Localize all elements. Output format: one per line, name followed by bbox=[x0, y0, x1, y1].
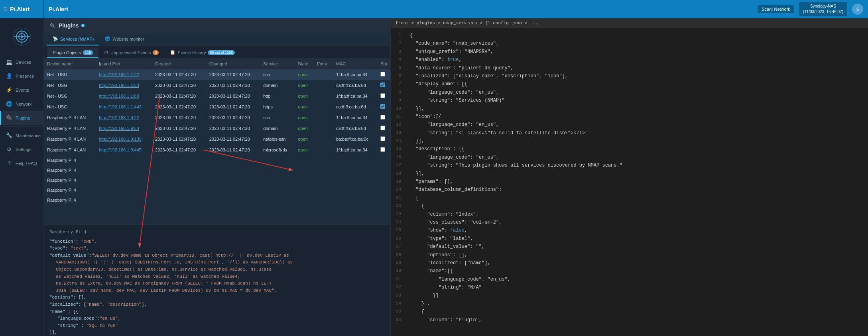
scan-label: Scan: Network bbox=[762, 7, 790, 12]
line-content: "show": false, bbox=[405, 226, 868, 234]
line-content: }], bbox=[405, 137, 868, 145]
line-content: { bbox=[405, 202, 868, 210]
line-content: "language_code": "en_us", bbox=[405, 88, 868, 96]
code-line: 2 "code_name": "nmap_services", bbox=[391, 39, 868, 47]
cell-checkbox bbox=[377, 112, 390, 123]
line-number: 9 bbox=[391, 96, 405, 104]
sidebar-item-settings[interactable]: ⚙ Settings bbox=[0, 142, 43, 156]
devices-icon: 💻 bbox=[6, 59, 12, 65]
line-content: "column": "Plugin", bbox=[405, 316, 868, 324]
ip-link[interactable]: http://192.168.1.1:443 bbox=[99, 104, 142, 109]
sidebar-item-events[interactable]: ⚡ Events bbox=[0, 83, 43, 97]
content-area: 🔌 Plugins 📡 Services (NMAP) 🌐 Website mo… bbox=[44, 18, 868, 336]
cell-changed bbox=[206, 195, 260, 205]
line-content: "string": "<i class=\"fa-solid fa-satell… bbox=[405, 129, 868, 137]
cell-name: Raspberry Pi 4 LAN bbox=[44, 145, 96, 155]
cell-service: netbios-ssn bbox=[260, 134, 295, 145]
cell-checkbox bbox=[377, 69, 390, 80]
line-number: 32 bbox=[391, 283, 405, 291]
sidebar-item-maintenance[interactable]: 🔧 Maintenance bbox=[0, 128, 43, 142]
cell-checkbox bbox=[377, 134, 390, 145]
line-content: "string": "N/A" bbox=[405, 283, 868, 291]
clock-icon: ⏱ bbox=[104, 50, 108, 55]
line-number: 24 bbox=[391, 218, 405, 226]
line-number: 6 bbox=[391, 72, 405, 80]
sidebar: ≡ Pi.Alert 💻 Devices 👤 Presence ⚡ Events… bbox=[0, 0, 44, 336]
subtab-history-label: Events History bbox=[177, 50, 206, 55]
scan-network-button[interactable]: Scan: Network bbox=[758, 5, 794, 13]
code-line: 33 }] bbox=[391, 292, 868, 300]
cell-service: https bbox=[260, 102, 295, 112]
code-line: 30 "name":[{ bbox=[391, 267, 868, 275]
app-logo: Pi.Alert bbox=[10, 6, 30, 12]
row-checkbox[interactable] bbox=[380, 104, 385, 109]
code-line: 15 "description": [{ bbox=[391, 145, 868, 153]
sidebar-item-network[interactable]: 🌐 Network bbox=[0, 97, 43, 111]
row-checkbox[interactable] bbox=[380, 126, 385, 130]
cell-changed: 2023-03-11 02:47:20 bbox=[206, 145, 260, 155]
row-checkbox[interactable] bbox=[380, 136, 385, 141]
code-line: 25 "show": false, bbox=[391, 226, 868, 234]
network-icon: 🌐 bbox=[6, 101, 12, 107]
line-content: "language_code": "en_us", bbox=[405, 275, 868, 283]
website-tab-icon: 🌐 bbox=[105, 36, 110, 41]
cell-state bbox=[295, 195, 314, 205]
cell-extra bbox=[314, 134, 333, 145]
main-content: Pi.Alert Scan: Network Synology-NAS (11/… bbox=[44, 0, 868, 336]
sidebar-item-presence[interactable]: 👤 Presence bbox=[0, 69, 43, 83]
presence-icon: 👤 bbox=[6, 73, 12, 79]
cell-state: open bbox=[295, 102, 314, 112]
ip-link[interactable]: http://192.168.1.9:445 bbox=[99, 147, 142, 152]
line-content: "column": "Index", bbox=[405, 210, 868, 218]
cell-ip bbox=[96, 155, 152, 165]
cell-service: microsoft-ds bbox=[260, 145, 295, 155]
line-content: [ bbox=[405, 194, 868, 202]
cell-changed: 2023-03-11 02:47:20 bbox=[206, 91, 260, 102]
plugin-tabs: 📡 Services (NMAP) 🌐 Website monitor bbox=[44, 33, 390, 46]
line-content: "database_column_definitions": bbox=[405, 186, 868, 194]
cell-changed bbox=[206, 185, 260, 195]
code-line: 21 [ bbox=[391, 194, 868, 202]
subtab-history[interactable]: 📋 Events History 50 out of 1265 bbox=[164, 47, 240, 58]
row-checkbox[interactable] bbox=[380, 93, 385, 98]
row-checkbox[interactable] bbox=[380, 72, 385, 77]
menu-icon[interactable]: ≡ bbox=[3, 6, 7, 13]
sidebar-item-help[interactable]: ? Help / FAQ bbox=[0, 156, 43, 170]
line-content: "default_value": "", bbox=[405, 243, 868, 251]
cell-state bbox=[295, 155, 314, 165]
sidebar-presence-label: Presence bbox=[16, 74, 34, 79]
col-mac: MAC bbox=[333, 59, 378, 69]
ip-link[interactable]: http://192.168.1.9:139 bbox=[99, 137, 142, 141]
row-checkbox[interactable] bbox=[380, 83, 385, 87]
cell-extra bbox=[314, 195, 333, 205]
tab-website[interactable]: 🌐 Website monitor bbox=[99, 33, 150, 45]
table-row: Raspberry Pi 4 LANhttp://192.168.1.9:532… bbox=[44, 123, 390, 134]
cell-mac bbox=[333, 155, 378, 165]
cell-state bbox=[295, 165, 314, 175]
line-number: 19 bbox=[391, 178, 405, 185]
cell-state bbox=[295, 185, 314, 195]
col-state: State bbox=[295, 59, 314, 69]
nas-info: Synology-NAS (11/03/2023, 15:46:07) bbox=[799, 2, 847, 16]
cell-ip: http://192.168.1.1:53 bbox=[96, 80, 152, 91]
table-row: Net - USGhttp://192.168.1.1:802023-03-11… bbox=[44, 91, 390, 102]
ip-link[interactable]: http://192.168.1.1:22 bbox=[99, 72, 139, 77]
cell-ip: http://192.168.1.9:139 bbox=[96, 134, 152, 145]
code-line: 7 "display_name": [{ bbox=[391, 80, 868, 88]
sidebar-item-devices[interactable]: 💻 Devices bbox=[0, 55, 43, 69]
ip-link[interactable]: http://192.168.1.9:53 bbox=[99, 126, 139, 131]
subtab-unprocessed[interactable]: ⏱ Unprocessed Events 0 bbox=[98, 47, 165, 58]
ip-link[interactable]: http://192.168.1.1:53 bbox=[99, 83, 139, 88]
row-checkbox[interactable] bbox=[380, 115, 385, 120]
plugins-icon: 🔌 bbox=[6, 115, 12, 121]
sidebar-item-plugins[interactable]: 🔌 Plugins bbox=[0, 111, 43, 125]
row-checkbox[interactable] bbox=[380, 147, 385, 152]
tab-services[interactable]: 📡 Services (NMAP) bbox=[47, 33, 99, 45]
line-number: 27 bbox=[391, 243, 405, 250]
cell-ip: http://192.168.1.9:22 bbox=[96, 112, 152, 123]
line-content: "options": [], bbox=[405, 251, 868, 259]
ip-link[interactable]: http://192.168.1.9:22 bbox=[99, 115, 139, 120]
subtab-objects[interactable]: Plugin Objects 115 bbox=[47, 47, 98, 58]
ip-link[interactable]: http://192.168.1.1:80 bbox=[99, 94, 139, 98]
table-row: Raspberry Pi 4 LANhttp://192.168.1.9:445… bbox=[44, 145, 390, 155]
